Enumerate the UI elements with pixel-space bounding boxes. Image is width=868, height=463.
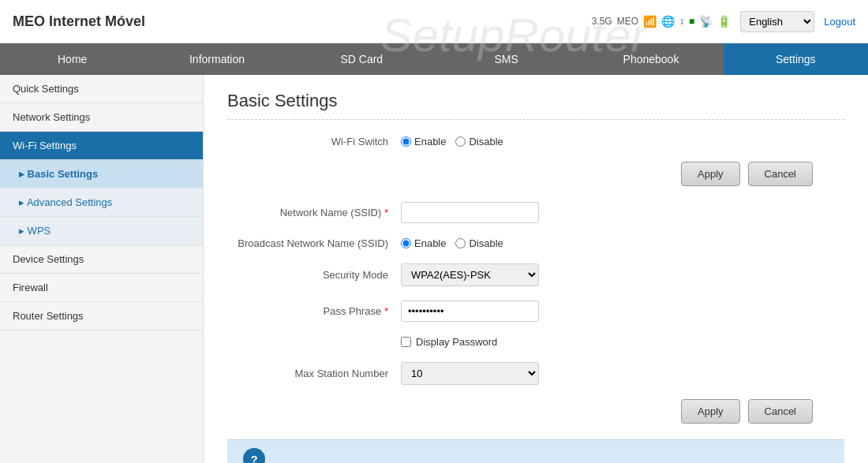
network-name-label: Network Name (SSID) * [227, 207, 401, 218]
nav-bar: Home Information SD Card SMS Phonebook S… [0, 43, 868, 75]
header-right: 3.5G MEO 📶 🌐 ↕ ■ 📡 🔋 English Português L… [592, 11, 855, 32]
broadcast-ssid-controls: Enable Disable [401, 237, 503, 249]
broadcast-disable-radio[interactable] [455, 238, 466, 248]
title-divider [227, 119, 844, 120]
globe-icon: 🌐 [661, 15, 675, 28]
display-password-controls: Display Password [401, 336, 497, 348]
sidebar-item-router-settings[interactable]: Router Settings [0, 302, 203, 330]
apply-button-top[interactable]: Apply [681, 162, 740, 186]
nav-item-sdcard[interactable]: SD Card [290, 43, 434, 75]
nav-item-settings[interactable]: Settings [724, 43, 868, 75]
max-station-controls: 1234 5678 910 [401, 362, 539, 385]
display-password-option[interactable]: Display Password [401, 336, 497, 348]
sidebar-item-wifi-settings[interactable]: Wi-Fi Settings [0, 132, 203, 160]
sidebar: Quick Settings Network Settings Wi-Fi Se… [0, 75, 204, 463]
cancel-button-top[interactable]: Cancel [748, 162, 813, 186]
main-layout: Quick Settings Network Settings Wi-Fi Se… [0, 75, 868, 463]
network-name-row: Network Name (SSID) * [227, 202, 844, 223]
wifi-enable-label: Enable [414, 136, 446, 147]
apply-button-bottom[interactable]: Apply [681, 399, 740, 424]
main-content: Basic Settings Wi-Fi Switch Enable Disab… [204, 75, 868, 463]
top-button-row: Apply Cancel [227, 162, 844, 186]
battery-icon: 🔋 [717, 15, 731, 28]
nav-item-sms[interactable]: SMS [434, 43, 578, 75]
max-station-label: Max Station Number [227, 368, 401, 379]
pass-phrase-label: Pass Phrase * [227, 305, 401, 317]
security-mode-controls: WPA2(AES)-PSK WPA-PSK WEP None [401, 263, 539, 286]
pass-phrase-required: * [384, 305, 388, 317]
broadcast-ssid-label: Broadcast Network Name (SSID) [227, 237, 401, 249]
language-selector-wrapper: English Português [740, 11, 814, 32]
data-transfer-icon: ↕ [679, 16, 684, 27]
help-section: ? [227, 439, 844, 463]
pass-phrase-input[interactable] [401, 301, 539, 322]
network-name-controls [401, 202, 539, 223]
wifi-enable-option[interactable]: Enable [401, 136, 446, 147]
wifi-disable-radio[interactable] [455, 136, 466, 147]
bottom-button-row: Apply Cancel [227, 399, 844, 424]
signal-icon: 📶 [643, 15, 657, 28]
language-select[interactable]: English Português [740, 11, 814, 32]
sidebar-item-advanced-settings[interactable]: ▸ Advanced Settings [0, 189, 203, 217]
nav-item-information[interactable]: Information [144, 43, 289, 75]
status-icons: 3.5G MEO 📶 🌐 ↕ ■ 📡 🔋 [592, 15, 731, 28]
max-station-row: Max Station Number 1234 5678 910 [227, 362, 844, 385]
network-name-required: * [384, 207, 388, 218]
sidebar-item-device-settings[interactable]: Device Settings [0, 245, 203, 274]
wifi-switch-controls: Enable Disable [401, 136, 503, 147]
header: MEO Internet Móvel 3.5G MEO 📶 🌐 ↕ ■ 📡 🔋 … [0, 0, 868, 43]
broadcast-enable-option[interactable]: Enable [401, 237, 446, 249]
pass-phrase-row: Pass Phrase * [227, 301, 844, 322]
network-name-input[interactable] [401, 202, 539, 223]
logo: MEO Internet Móvel [13, 13, 145, 30]
pass-phrase-controls [401, 301, 539, 322]
sidebar-item-firewall[interactable]: Firewall [0, 274, 203, 302]
security-mode-select[interactable]: WPA2(AES)-PSK WPA-PSK WEP None [401, 263, 539, 286]
page-title: Basic Settings [227, 91, 844, 111]
sidebar-item-basic-settings[interactable]: ▸ Basic Settings [0, 160, 203, 189]
broadcast-ssid-row: Broadcast Network Name (SSID) Enable Dis… [227, 237, 844, 249]
wifi-switch-label: Wi-Fi Switch [227, 136, 401, 147]
broadcast-disable-label: Disable [469, 237, 503, 249]
sidebar-item-network-settings[interactable]: Network Settings [0, 103, 203, 132]
broadcast-enable-radio[interactable] [401, 238, 411, 248]
display-password-label: Display Password [416, 336, 497, 348]
wifi-disable-option[interactable]: Disable [455, 136, 503, 147]
logout-button[interactable]: Logout [824, 16, 855, 28]
display-password-checkbox[interactable] [401, 337, 411, 347]
cancel-button-bottom[interactable]: Cancel [748, 399, 813, 424]
sidebar-item-wps[interactable]: ▸ WPS [0, 217, 203, 245]
wifi-icon: 📡 [699, 15, 713, 28]
security-mode-label: Security Mode [227, 269, 401, 281]
max-station-select[interactable]: 1234 5678 910 [401, 362, 539, 385]
carrier-label: MEO [617, 16, 638, 27]
nav-item-phonebook[interactable]: Phonebook [578, 43, 723, 75]
display-password-row: Display Password [227, 336, 844, 348]
broadcast-enable-label: Enable [414, 237, 446, 249]
broadcast-disable-option[interactable]: Disable [455, 237, 503, 249]
sidebar-item-quick-settings[interactable]: Quick Settings [0, 75, 203, 103]
network-type-label: 3.5G [592, 16, 612, 27]
help-button[interactable]: ? [243, 448, 265, 463]
security-mode-row: Security Mode WPA2(AES)-PSK WPA-PSK WEP … [227, 263, 844, 286]
green-indicator-icon: ■ [689, 16, 694, 27]
wifi-enable-radio[interactable] [401, 136, 411, 147]
nav-item-home[interactable]: Home [0, 43, 144, 75]
wifi-switch-row: Wi-Fi Switch Enable Disable [227, 136, 844, 147]
wifi-disable-label: Disable [469, 136, 503, 147]
